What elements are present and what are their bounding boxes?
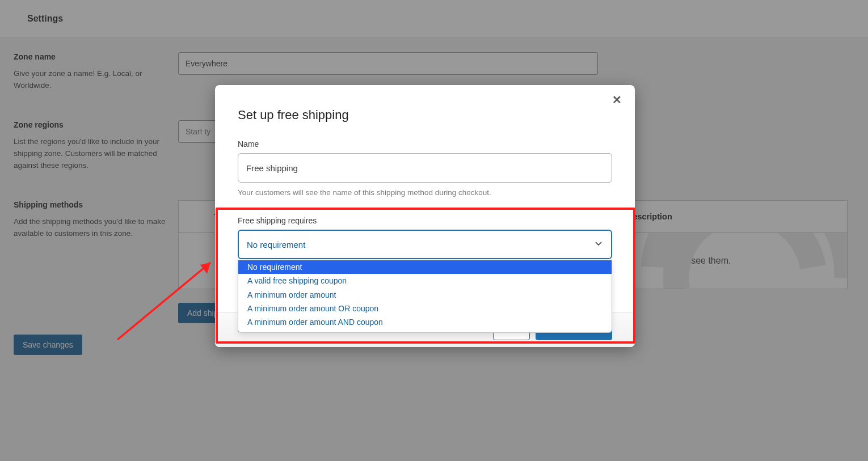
close-icon[interactable]: ✕ [610, 93, 623, 107]
chevron-down-icon [594, 239, 603, 250]
option-valid-coupon[interactable]: A valid free shipping coupon [238, 274, 612, 287]
name-help: Your customers will see the name of this… [238, 188, 612, 197]
requires-dropdown: No requirement A valid free shipping cou… [238, 259, 612, 333]
name-label: Name [238, 139, 612, 149]
shipping-name-input[interactable] [238, 153, 612, 183]
select-value: No requirement [247, 240, 305, 249]
option-min-and-coupon[interactable]: A minimum order amount AND coupon [238, 315, 612, 329]
requires-label: Free shipping requires [238, 216, 612, 225]
option-no-requirement[interactable]: No requirement [238, 260, 612, 274]
requires-select[interactable]: No requirement [238, 230, 612, 259]
modal-title: Set up free shipping [238, 108, 612, 122]
free-shipping-modal: ✕ Set up free shipping Name Your custome… [215, 85, 635, 347]
option-min-amount[interactable]: A minimum order amount [238, 288, 612, 302]
option-min-or-coupon[interactable]: A minimum order amount OR coupon [238, 302, 612, 315]
